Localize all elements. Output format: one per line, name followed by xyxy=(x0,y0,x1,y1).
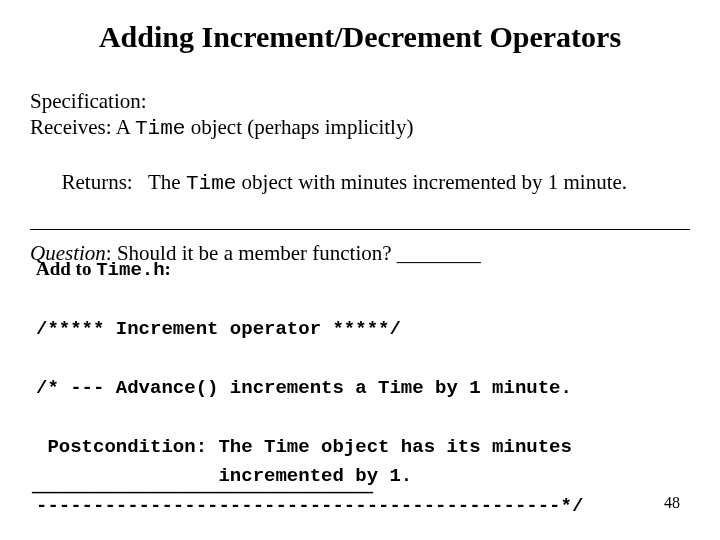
returns-code: Time xyxy=(186,172,236,195)
spec-returns: Returns: The Time object with minutes in… xyxy=(30,143,690,224)
receives-code: Time xyxy=(135,117,185,140)
code-line-2: /* --- Advance() increments a Time by 1 … xyxy=(36,377,572,399)
page-number: 48 xyxy=(664,494,680,512)
divider xyxy=(30,229,690,230)
body-text: Specification: Receives: A Time object (… xyxy=(30,88,690,267)
code-line-3: Postcondition: The Time object has its m… xyxy=(36,436,572,458)
code-line-5: ----------------------------------------… xyxy=(36,495,583,517)
slide: Adding Increment/Decrement Operators Spe… xyxy=(0,0,720,540)
addto-post: : xyxy=(165,258,171,279)
spec-label: Specification: xyxy=(30,88,690,114)
receives-post: object (perhaps implicitly) xyxy=(185,115,413,139)
addto-pre: Add to xyxy=(36,258,96,279)
returns-pre: Returns: The xyxy=(62,170,186,194)
blank-line: _______________________________ xyxy=(32,470,373,496)
page-title: Adding Increment/Decrement Operators xyxy=(0,20,720,54)
spec-receives: Receives: A Time object (perhaps implici… xyxy=(30,114,690,142)
receives-pre: Receives: A xyxy=(30,115,135,139)
code-line-1: /***** Increment operator *****/ xyxy=(36,318,401,340)
addto-code: Time.h xyxy=(96,259,164,281)
returns-post: object with minutes incremented by 1 min… xyxy=(236,170,627,194)
